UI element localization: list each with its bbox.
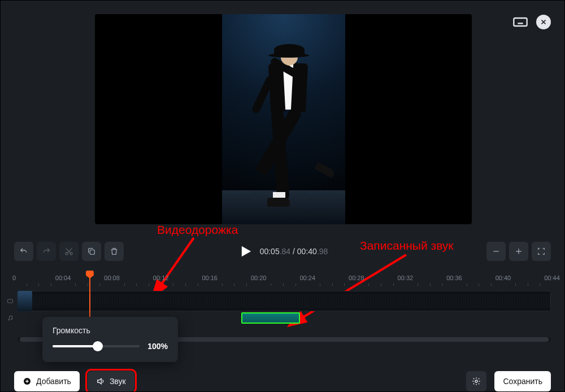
annotation-video-track: Видеодорожка	[157, 223, 238, 237]
volume-value: 100%	[147, 342, 168, 351]
zoom-out-button[interactable]	[486, 242, 506, 261]
audio-clip[interactable]	[241, 312, 300, 324]
ruler-tick: 00:04	[55, 275, 71, 281]
sound-button[interactable]: Звук	[88, 371, 134, 391]
video-clip-thumb[interactable]	[18, 291, 32, 311]
ruler-tick: 00:28	[349, 275, 364, 281]
time-current-frac: .84	[280, 247, 290, 256]
keyboard-button[interactable]	[512, 14, 528, 30]
plus-circle-icon	[23, 377, 32, 386]
zoom-in-button[interactable]	[509, 242, 528, 261]
save-button-label: Сохранить	[503, 377, 542, 386]
delete-button[interactable]	[105, 242, 124, 261]
volume-slider[interactable]	[53, 345, 140, 347]
time-total-frac: .98	[317, 247, 328, 256]
volume-popover: Громкость 100%	[42, 317, 178, 362]
cut-button[interactable]	[59, 242, 79, 261]
undo-button[interactable]	[14, 242, 33, 261]
ruler-tick: 00:32	[398, 275, 414, 281]
time-sep: /	[290, 247, 297, 256]
video-preview[interactable]	[95, 14, 472, 224]
svg-point-7	[8, 319, 10, 320]
time-current: 00:05	[260, 247, 280, 256]
volume-slider-knob[interactable]	[93, 341, 103, 351]
sound-button-label: Звук	[110, 377, 126, 386]
play-button[interactable]	[237, 243, 253, 259]
timecode: 00:05.84 / 00:40.98	[260, 247, 328, 256]
timeline-ruler[interactable]: 000:0400:0800:1200:1600:2000:2400:2800:3…	[14, 275, 551, 288]
settings-button[interactable]	[466, 371, 486, 391]
ruler-tick: 00:44	[544, 275, 560, 281]
volume-label: Громкость	[53, 326, 168, 335]
ruler-tick: 00:08	[104, 275, 120, 281]
copy-button[interactable]	[82, 242, 101, 261]
gear-icon	[472, 377, 481, 386]
ruler-tick: 00:36	[446, 275, 462, 281]
ruler-tick: 00:16	[202, 275, 218, 281]
video-track[interactable]	[18, 291, 551, 311]
save-button[interactable]: Сохранить	[494, 371, 551, 391]
add-button-label: Добавить	[36, 377, 71, 386]
video-frame	[222, 14, 345, 224]
dancer-figure	[247, 43, 320, 212]
svg-point-8	[11, 319, 12, 320]
svg-rect-6	[8, 299, 13, 303]
ruler-tick: 0	[12, 275, 16, 281]
ruler-tick: 00:40	[496, 275, 511, 281]
close-button[interactable]	[536, 15, 551, 29]
svg-rect-0	[514, 18, 527, 26]
svg-rect-5	[90, 250, 94, 254]
video-track-icon	[5, 298, 15, 304]
svg-point-3	[66, 252, 68, 255]
time-total: 00:40	[297, 247, 317, 256]
ruler-tick: 00:20	[251, 275, 267, 281]
add-button[interactable]: Добавить	[14, 371, 80, 391]
svg-point-10	[475, 380, 477, 382]
ruler-tick: 00:12	[153, 275, 169, 281]
audio-track-icon	[5, 315, 15, 321]
fit-button[interactable]	[532, 242, 551, 261]
ruler-tick: 00:24	[300, 275, 316, 281]
svg-point-4	[70, 252, 72, 255]
redo-button[interactable]	[37, 242, 56, 261]
speaker-icon	[96, 377, 105, 386]
